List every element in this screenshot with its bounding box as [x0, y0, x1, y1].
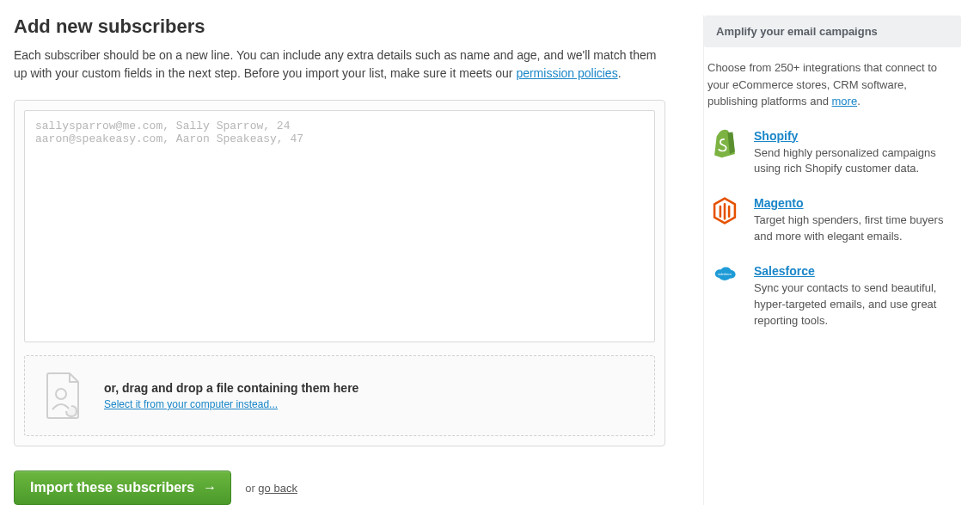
magento-link[interactable]: Magento	[754, 196, 804, 210]
dropzone-title: or, drag and drop a file containing them…	[104, 381, 358, 395]
integration-magento: Magento Target high spenders, first time…	[704, 189, 961, 257]
permission-policies-link[interactable]: permission policies	[516, 66, 617, 80]
svg-text:salesforce: salesforce	[718, 273, 732, 276]
shopify-icon	[707, 129, 742, 163]
or-text: or	[245, 482, 258, 495]
svg-point-0	[56, 389, 66, 399]
file-person-icon	[42, 372, 85, 420]
import-button-label: Import these subscribers	[30, 480, 194, 495]
sidebar-intro-prefix: Choose from 250+ integrations that conne…	[707, 61, 937, 108]
import-subscribers-button[interactable]: Import these subscribers →	[14, 471, 231, 505]
intro-text: Each subscriber should be on a new line.…	[14, 46, 665, 83]
or-go-back: or go back	[245, 482, 297, 495]
sidebar-intro-suffix: .	[857, 95, 861, 108]
magento-icon	[707, 196, 742, 231]
salesforce-link[interactable]: Salesforce	[754, 264, 815, 278]
integration-shopify: Shopify Send highly personalized campaig…	[704, 122, 961, 190]
file-dropzone[interactable]: or, drag and drop a file containing them…	[24, 355, 655, 436]
arrow-right-icon: →	[203, 480, 217, 495]
sidebar-header: Amplify your email campaigns	[704, 15, 961, 47]
intro-suffix: .	[618, 66, 622, 80]
import-panel: or, drag and drop a file containing them…	[14, 100, 665, 446]
page-title: Add new subscribers	[14, 15, 665, 38]
salesforce-desc: Sync your contacts to send beautiful, hy…	[754, 280, 958, 329]
go-back-link[interactable]: go back	[258, 482, 297, 495]
shopify-desc: Send highly personalized campaigns using…	[754, 145, 958, 178]
salesforce-icon: salesforce	[707, 264, 742, 298]
select-file-link[interactable]: Select it from your computer instead...	[104, 398, 278, 410]
sidebar-intro: Choose from 250+ integrations that conne…	[704, 59, 961, 122]
more-integrations-link[interactable]: more	[832, 95, 858, 108]
subscribers-textarea[interactable]	[24, 110, 655, 342]
integration-salesforce: salesforce Salesforce Sync your contacts…	[704, 257, 961, 341]
magento-desc: Target high spenders, first time buyers …	[754, 212, 958, 245]
shopify-link[interactable]: Shopify	[754, 129, 798, 143]
